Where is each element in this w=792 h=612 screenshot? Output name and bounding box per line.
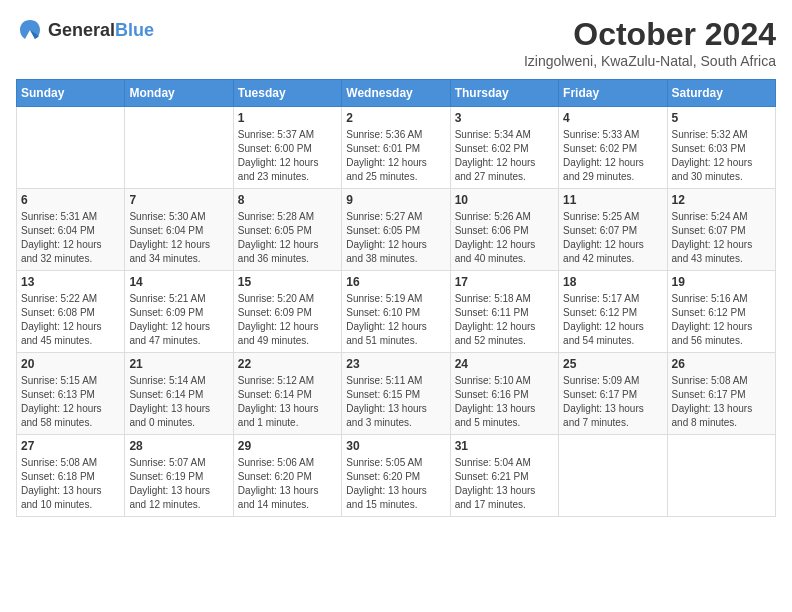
- day-cell: [125, 107, 233, 189]
- day-detail: Sunrise: 5:26 AM Sunset: 6:06 PM Dayligh…: [455, 210, 554, 266]
- subtitle: Izingolweni, KwaZulu-Natal, South Africa: [524, 53, 776, 69]
- day-cell: 26Sunrise: 5:08 AM Sunset: 6:17 PM Dayli…: [667, 353, 775, 435]
- day-cell: [17, 107, 125, 189]
- day-number: 14: [129, 275, 228, 289]
- day-cell: 11Sunrise: 5:25 AM Sunset: 6:07 PM Dayli…: [559, 189, 667, 271]
- day-cell: 15Sunrise: 5:20 AM Sunset: 6:09 PM Dayli…: [233, 271, 341, 353]
- header-row: SundayMondayTuesdayWednesdayThursdayFrid…: [17, 80, 776, 107]
- day-cell: 25Sunrise: 5:09 AM Sunset: 6:17 PM Dayli…: [559, 353, 667, 435]
- day-number: 31: [455, 439, 554, 453]
- day-number: 4: [563, 111, 662, 125]
- day-number: 3: [455, 111, 554, 125]
- day-detail: Sunrise: 5:24 AM Sunset: 6:07 PM Dayligh…: [672, 210, 771, 266]
- day-detail: Sunrise: 5:16 AM Sunset: 6:12 PM Dayligh…: [672, 292, 771, 348]
- day-number: 27: [21, 439, 120, 453]
- day-detail: Sunrise: 5:28 AM Sunset: 6:05 PM Dayligh…: [238, 210, 337, 266]
- day-number: 23: [346, 357, 445, 371]
- day-number: 24: [455, 357, 554, 371]
- day-detail: Sunrise: 5:18 AM Sunset: 6:11 PM Dayligh…: [455, 292, 554, 348]
- day-detail: Sunrise: 5:19 AM Sunset: 6:10 PM Dayligh…: [346, 292, 445, 348]
- day-number: 10: [455, 193, 554, 207]
- day-detail: Sunrise: 5:04 AM Sunset: 6:21 PM Dayligh…: [455, 456, 554, 512]
- day-number: 30: [346, 439, 445, 453]
- day-cell: 19Sunrise: 5:16 AM Sunset: 6:12 PM Dayli…: [667, 271, 775, 353]
- week-row-4: 27Sunrise: 5:08 AM Sunset: 6:18 PM Dayli…: [17, 435, 776, 517]
- header-cell-friday: Friday: [559, 80, 667, 107]
- day-detail: Sunrise: 5:25 AM Sunset: 6:07 PM Dayligh…: [563, 210, 662, 266]
- day-detail: Sunrise: 5:22 AM Sunset: 6:08 PM Dayligh…: [21, 292, 120, 348]
- day-cell: 27Sunrise: 5:08 AM Sunset: 6:18 PM Dayli…: [17, 435, 125, 517]
- day-number: 9: [346, 193, 445, 207]
- calendar: SundayMondayTuesdayWednesdayThursdayFrid…: [16, 79, 776, 517]
- day-number: 25: [563, 357, 662, 371]
- day-number: 20: [21, 357, 120, 371]
- day-cell: 6Sunrise: 5:31 AM Sunset: 6:04 PM Daylig…: [17, 189, 125, 271]
- day-cell: 8Sunrise: 5:28 AM Sunset: 6:05 PM Daylig…: [233, 189, 341, 271]
- day-number: 12: [672, 193, 771, 207]
- day-cell: 7Sunrise: 5:30 AM Sunset: 6:04 PM Daylig…: [125, 189, 233, 271]
- day-detail: Sunrise: 5:37 AM Sunset: 6:00 PM Dayligh…: [238, 128, 337, 184]
- day-detail: Sunrise: 5:33 AM Sunset: 6:02 PM Dayligh…: [563, 128, 662, 184]
- logo-icon: [16, 16, 44, 44]
- day-detail: Sunrise: 5:14 AM Sunset: 6:14 PM Dayligh…: [129, 374, 228, 430]
- day-number: 29: [238, 439, 337, 453]
- day-cell: 22Sunrise: 5:12 AM Sunset: 6:14 PM Dayli…: [233, 353, 341, 435]
- day-detail: Sunrise: 5:17 AM Sunset: 6:12 PM Dayligh…: [563, 292, 662, 348]
- day-cell: 31Sunrise: 5:04 AM Sunset: 6:21 PM Dayli…: [450, 435, 558, 517]
- day-detail: Sunrise: 5:08 AM Sunset: 6:17 PM Dayligh…: [672, 374, 771, 430]
- day-cell: 13Sunrise: 5:22 AM Sunset: 6:08 PM Dayli…: [17, 271, 125, 353]
- day-detail: Sunrise: 5:21 AM Sunset: 6:09 PM Dayligh…: [129, 292, 228, 348]
- day-number: 1: [238, 111, 337, 125]
- logo-text: GeneralBlue: [48, 20, 154, 41]
- title-section: October 2024 Izingolweni, KwaZulu-Natal,…: [524, 16, 776, 69]
- day-number: 26: [672, 357, 771, 371]
- day-detail: Sunrise: 5:05 AM Sunset: 6:20 PM Dayligh…: [346, 456, 445, 512]
- day-cell: [667, 435, 775, 517]
- header-cell-saturday: Saturday: [667, 80, 775, 107]
- day-detail: Sunrise: 5:31 AM Sunset: 6:04 PM Dayligh…: [21, 210, 120, 266]
- logo-general: General: [48, 20, 115, 40]
- day-cell: 30Sunrise: 5:05 AM Sunset: 6:20 PM Dayli…: [342, 435, 450, 517]
- day-number: 8: [238, 193, 337, 207]
- day-detail: Sunrise: 5:34 AM Sunset: 6:02 PM Dayligh…: [455, 128, 554, 184]
- day-cell: 2Sunrise: 5:36 AM Sunset: 6:01 PM Daylig…: [342, 107, 450, 189]
- calendar-body: 1Sunrise: 5:37 AM Sunset: 6:00 PM Daylig…: [17, 107, 776, 517]
- day-number: 21: [129, 357, 228, 371]
- day-detail: Sunrise: 5:15 AM Sunset: 6:13 PM Dayligh…: [21, 374, 120, 430]
- day-cell: 4Sunrise: 5:33 AM Sunset: 6:02 PM Daylig…: [559, 107, 667, 189]
- day-detail: Sunrise: 5:20 AM Sunset: 6:09 PM Dayligh…: [238, 292, 337, 348]
- day-detail: Sunrise: 5:32 AM Sunset: 6:03 PM Dayligh…: [672, 128, 771, 184]
- day-cell: 16Sunrise: 5:19 AM Sunset: 6:10 PM Dayli…: [342, 271, 450, 353]
- day-cell: 21Sunrise: 5:14 AM Sunset: 6:14 PM Dayli…: [125, 353, 233, 435]
- day-number: 19: [672, 275, 771, 289]
- day-number: 17: [455, 275, 554, 289]
- day-number: 11: [563, 193, 662, 207]
- day-number: 15: [238, 275, 337, 289]
- day-number: 18: [563, 275, 662, 289]
- day-cell: 14Sunrise: 5:21 AM Sunset: 6:09 PM Dayli…: [125, 271, 233, 353]
- day-cell: 24Sunrise: 5:10 AM Sunset: 6:16 PM Dayli…: [450, 353, 558, 435]
- day-cell: 28Sunrise: 5:07 AM Sunset: 6:19 PM Dayli…: [125, 435, 233, 517]
- day-cell: 18Sunrise: 5:17 AM Sunset: 6:12 PM Dayli…: [559, 271, 667, 353]
- day-cell: 3Sunrise: 5:34 AM Sunset: 6:02 PM Daylig…: [450, 107, 558, 189]
- day-cell: 23Sunrise: 5:11 AM Sunset: 6:15 PM Dayli…: [342, 353, 450, 435]
- day-number: 5: [672, 111, 771, 125]
- header-cell-thursday: Thursday: [450, 80, 558, 107]
- day-detail: Sunrise: 5:06 AM Sunset: 6:20 PM Dayligh…: [238, 456, 337, 512]
- page-header: GeneralBlue October 2024 Izingolweni, Kw…: [16, 16, 776, 69]
- day-cell: 1Sunrise: 5:37 AM Sunset: 6:00 PM Daylig…: [233, 107, 341, 189]
- header-cell-tuesday: Tuesday: [233, 80, 341, 107]
- header-cell-monday: Monday: [125, 80, 233, 107]
- day-number: 28: [129, 439, 228, 453]
- header-cell-sunday: Sunday: [17, 80, 125, 107]
- day-number: 2: [346, 111, 445, 125]
- header-cell-wednesday: Wednesday: [342, 80, 450, 107]
- day-detail: Sunrise: 5:12 AM Sunset: 6:14 PM Dayligh…: [238, 374, 337, 430]
- day-cell: 5Sunrise: 5:32 AM Sunset: 6:03 PM Daylig…: [667, 107, 775, 189]
- day-cell: [559, 435, 667, 517]
- day-cell: 20Sunrise: 5:15 AM Sunset: 6:13 PM Dayli…: [17, 353, 125, 435]
- day-cell: 29Sunrise: 5:06 AM Sunset: 6:20 PM Dayli…: [233, 435, 341, 517]
- logo: GeneralBlue: [16, 16, 154, 44]
- day-detail: Sunrise: 5:30 AM Sunset: 6:04 PM Dayligh…: [129, 210, 228, 266]
- day-detail: Sunrise: 5:36 AM Sunset: 6:01 PM Dayligh…: [346, 128, 445, 184]
